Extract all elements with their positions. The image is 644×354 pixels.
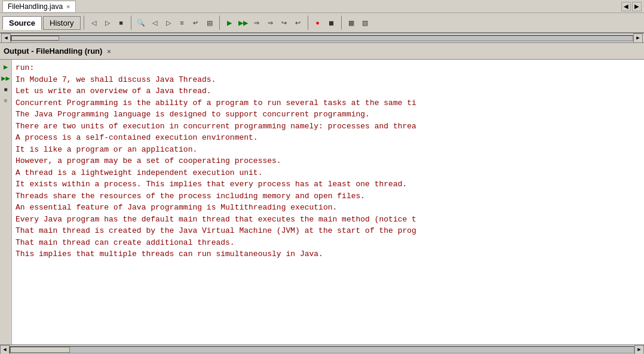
- sidebar-stop-icon[interactable]: ■: [1, 85, 11, 94]
- nav-right-button[interactable]: ▶: [632, 2, 642, 11]
- output-line: run:: [16, 62, 640, 74]
- title-bar: FileHandling.java × ◀ ▶: [0, 0, 644, 13]
- tb-stop2-icon[interactable]: ◼: [325, 16, 338, 29]
- output-line: A process is a self-contained execution …: [16, 132, 640, 144]
- source-tab[interactable]: Source: [2, 16, 42, 30]
- tb-next-icon[interactable]: ▷: [162, 16, 175, 29]
- bottom-hscroll: ◀ ▶: [0, 344, 644, 354]
- output-panel: Output - FileHandling (run) × ▶ ▶▶ ■ ≡ r…: [0, 43, 644, 354]
- nav-left-button[interactable]: ◀: [621, 2, 631, 11]
- output-line: That main thread is created by the Java …: [16, 225, 640, 237]
- tb-stop-icon[interactable]: ■: [115, 16, 128, 29]
- output-header: Output - FileHandling (run) ×: [0, 43, 644, 60]
- output-line: This implies that multiple threads can r…: [16, 248, 640, 260]
- output-line: Concurrent Programming is the ability of…: [16, 97, 640, 109]
- toolbar-group-1: ◁ ▷ ■: [87, 16, 128, 29]
- tb-step3-icon[interactable]: ↪: [278, 16, 291, 29]
- toolbar-area: Source History ◁ ▷ ■ 🔍 ◁ ▷ ≡ ↵ ▤ ▶ ▶▶ ⇒ …: [0, 13, 644, 33]
- toolbar-group-2: 🔍 ◁ ▷ ≡ ↵ ▤: [134, 16, 216, 29]
- output-close-button[interactable]: ×: [107, 48, 111, 55]
- tb-step2-icon[interactable]: ⇒: [264, 16, 277, 29]
- toolbar-group-4: ● ◼: [311, 16, 338, 29]
- tb-forward-icon[interactable]: ▷: [101, 16, 114, 29]
- file-tab-close[interactable]: ×: [66, 3, 70, 10]
- output-line: That main thread can create additional t…: [16, 237, 640, 249]
- sidebar-play-icon[interactable]: ▶: [1, 62, 11, 72]
- tb-wrap-icon[interactable]: ↵: [189, 16, 203, 29]
- toolbar-group-3: ▶ ▶▶ ⇒ ⇒ ↪ ↩: [223, 16, 305, 29]
- hscroll-left-arrow[interactable]: ◀: [1, 33, 11, 43]
- hscroll-right-arrow[interactable]: ▶: [633, 33, 643, 43]
- hscroll-top-track[interactable]: [11, 35, 633, 41]
- tb-prev-icon[interactable]: ◁: [148, 16, 161, 29]
- tb-search-icon[interactable]: 🔍: [134, 16, 148, 29]
- toolbar-separator-4: [308, 16, 308, 30]
- tb-record-icon[interactable]: ●: [311, 16, 324, 29]
- top-hscroll: ◀ ▶: [0, 33, 644, 43]
- hscroll-top-thumb: [11, 36, 59, 41]
- output-line: It is like a program or an application.: [16, 144, 640, 156]
- output-line: However, a program may be a set of coope…: [16, 155, 640, 167]
- toolbar-separator-5: [341, 16, 342, 30]
- tb-step-icon[interactable]: ⇒: [250, 16, 263, 29]
- tb-heap-icon[interactable]: ▦: [345, 16, 358, 29]
- tb-format-icon[interactable]: ▤: [203, 16, 216, 29]
- hscroll-bottom-thumb: [10, 347, 70, 353]
- content-area: ▶ ▶▶ ■ ≡ run:In Module 7, we shall discu…: [0, 60, 644, 344]
- output-title: Output - FileHandling (run): [4, 47, 102, 56]
- tb-back-icon[interactable]: ◁: [87, 16, 100, 29]
- toolbar-separator-2: [131, 16, 131, 30]
- hscroll-bottom-track[interactable]: [10, 346, 634, 353]
- output-line: Every Java program has the default main …: [16, 214, 640, 226]
- output-line: Threads share the resources of the proce…: [16, 190, 640, 202]
- file-tab[interactable]: FileHandling.java ×: [2, 1, 76, 12]
- output-text-area: run:In Module 7, we shall discuss Java T…: [12, 60, 644, 344]
- output-line: The Java Programming language is designe…: [16, 109, 640, 121]
- tb-match-icon[interactable]: ≡: [176, 16, 189, 29]
- tb-run-icon[interactable]: ▶: [223, 16, 236, 29]
- output-line: There are two units of execution in conc…: [16, 121, 640, 133]
- title-nav: ◀ ▶: [621, 2, 642, 11]
- tb-heap2-icon[interactable]: ▧: [358, 16, 372, 29]
- output-line: An essential feature of Java programming…: [16, 202, 640, 214]
- output-line: It exists within a process. This implies…: [16, 178, 640, 190]
- output-line: Let us write an overview of a Java threa…: [16, 85, 640, 97]
- hscroll-bottom-right-arrow[interactable]: ▶: [634, 345, 644, 355]
- sidebar-filter-icon[interactable]: ≡: [1, 96, 11, 106]
- hscroll-bottom-left-arrow[interactable]: ◀: [0, 345, 10, 355]
- toolbar-group-5: ▦ ▧: [345, 16, 372, 29]
- left-sidebar: ▶ ▶▶ ■ ≡: [0, 60, 12, 344]
- tb-step4-icon[interactable]: ↩: [292, 16, 305, 29]
- toolbar-separator-1: [84, 16, 84, 30]
- tb-run2-icon[interactable]: ▶▶: [237, 16, 250, 29]
- file-tab-label: FileHandling.java: [8, 2, 63, 11]
- output-line: A thread is a lightweight independent ex…: [16, 167, 640, 179]
- output-line: In Module 7, we shall discuss Java Threa…: [16, 74, 640, 86]
- sidebar-play2-icon[interactable]: ▶▶: [1, 73, 11, 83]
- toolbar-separator-3: [219, 16, 220, 30]
- history-tab[interactable]: History: [43, 16, 80, 30]
